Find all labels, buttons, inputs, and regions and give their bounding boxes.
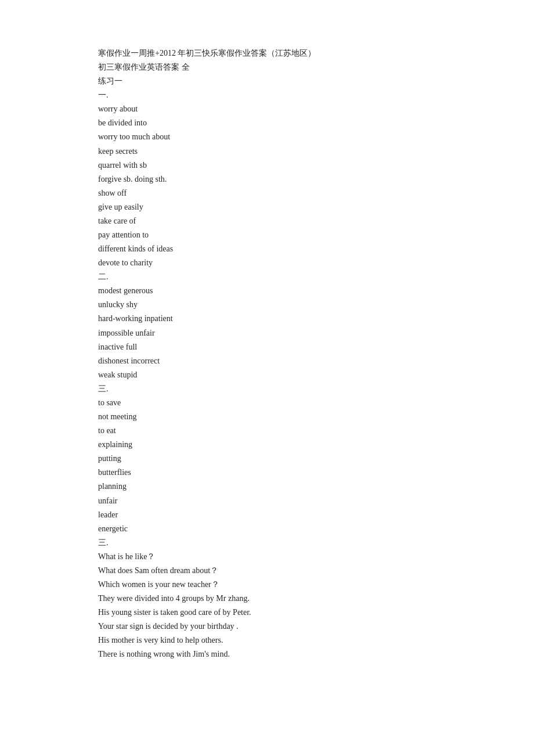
- list-item: unlucky shy: [98, 298, 436, 312]
- list-item: What does Sam often dream about？: [98, 564, 436, 578]
- list-item: to eat: [98, 424, 436, 438]
- list-item: show off: [98, 186, 436, 200]
- list-item: What is he like？: [98, 550, 436, 564]
- list-item: forgive sb. doing sth.: [98, 172, 436, 186]
- section3-label: 三.: [98, 382, 436, 396]
- list-item: worry too much about: [98, 130, 436, 144]
- list-item: keep secrets: [98, 145, 436, 159]
- list-item: to save: [98, 396, 436, 410]
- list-item: His young sister is taken good care of b…: [98, 606, 436, 620]
- list-item: give up easily: [98, 200, 436, 214]
- list-item: unfair: [98, 494, 436, 508]
- section1-label: 一.: [98, 88, 436, 102]
- list-item: weak stupid: [98, 368, 436, 382]
- page-content: 寒假作业一周推+2012 年初三快乐寒假作业答案（江苏地区） 初三寒假作业英语答…: [98, 46, 436, 661]
- list-item: putting: [98, 452, 436, 466]
- section4-list: What is he like？What does Sam often drea…: [98, 550, 436, 662]
- list-item: energetic: [98, 522, 436, 536]
- list-item: butterflies: [98, 466, 436, 480]
- list-item: worry about: [98, 102, 436, 116]
- list-item: impossible unfair: [98, 326, 436, 340]
- list-item: planning: [98, 480, 436, 494]
- section2-label: 二.: [98, 270, 436, 284]
- practice-label: 练习一: [98, 74, 436, 88]
- list-item: hard-working inpatient: [98, 312, 436, 326]
- list-item: leader: [98, 508, 436, 522]
- section4-label: 三.: [98, 536, 436, 550]
- list-item: His mother is very kind to help others.: [98, 633, 436, 647]
- list-item: Which women is your new teacher？: [98, 578, 436, 592]
- list-item: pay attention to: [98, 228, 436, 242]
- section2-list: modest generousunlucky shyhard-working i…: [98, 284, 436, 382]
- list-item: There is nothing wrong with Jim's mind.: [98, 647, 436, 661]
- list-item: Your star sign is decided by your birthd…: [98, 620, 436, 633]
- list-item: be divided into: [98, 116, 436, 130]
- list-item: take care of: [98, 214, 436, 228]
- list-item: They were divided into 4 groups by Mr zh…: [98, 592, 436, 606]
- list-item: quarrel with sb: [98, 159, 436, 172]
- list-item: inactive full: [98, 340, 436, 354]
- list-item: explaining: [98, 438, 436, 452]
- title-line1: 寒假作业一周推+2012 年初三快乐寒假作业答案（江苏地区）: [98, 46, 436, 60]
- section3-list: to savenot meetingto eatexplainingputtin…: [98, 396, 436, 536]
- title-line2: 初三寒假作业英语答案 全: [98, 60, 436, 74]
- list-item: dishonest incorrect: [98, 354, 436, 368]
- list-item: modest generous: [98, 284, 436, 298]
- list-item: not meeting: [98, 410, 436, 424]
- list-item: devote to charity: [98, 256, 436, 270]
- section1-list: worry aboutbe divided intoworry too much…: [98, 102, 436, 270]
- list-item: different kinds of ideas: [98, 242, 436, 256]
